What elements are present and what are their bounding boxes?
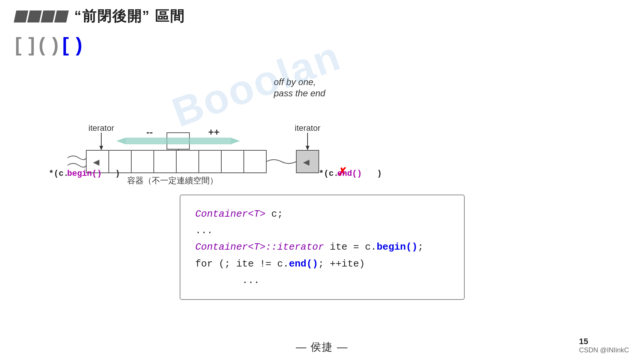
icon-bar-3 (41, 10, 56, 22)
diagram-area: off by one, pass the end iterator iterat… (0, 67, 644, 187)
svg-marker-5 (99, 146, 103, 150)
svg-text:begin(): begin() (67, 169, 102, 178)
footer-right: 15 CSDN @INIinkC (579, 337, 629, 354)
footer: — 侯捷 — 15 CSDN @INIinkC (0, 340, 644, 354)
code-line-1: Container<T> c; (195, 206, 449, 222)
footer-author: — 侯捷 — (296, 340, 348, 354)
svg-text:iterator: iterator (89, 123, 114, 133)
code-var-c: c; (266, 208, 283, 220)
code-ellipsis-2: ... (195, 275, 260, 286)
page-title: “前閉後開” 區間 (74, 7, 185, 26)
svg-text:iterator: iterator (295, 123, 320, 133)
header: “前閉後開” 區間 (0, 0, 644, 30)
code-container-iterator: Container<T>::iterator (195, 241, 324, 253)
bracket-row: [ ] ( ) [ ) (0, 30, 644, 63)
code-ellipsis-1: ... (195, 225, 213, 236)
code-end-call: end() (289, 258, 318, 270)
svg-rect-16 (244, 150, 266, 173)
svg-text:end(): end() (337, 169, 362, 178)
code-line-2: ... (195, 222, 449, 239)
icon-bar-4 (54, 10, 69, 22)
footer-brand: CSDN @INIinkC (579, 346, 629, 354)
svg-marker-22 (231, 138, 240, 144)
svg-rect-11 (131, 150, 154, 173)
bracket-paren: ( ) (39, 33, 59, 56)
code-line-4: for (; ite != c.end(); ++ite) (195, 256, 449, 272)
svg-rect-23 (126, 138, 231, 144)
icon-bar-1 (14, 10, 29, 22)
svg-rect-15 (221, 150, 244, 173)
code-box: Container<T> c; ... Container<T>::iterat… (180, 195, 465, 300)
header-icon (15, 10, 68, 22)
svg-rect-13 (176, 150, 199, 173)
diagram-svg: off by one, pass the end iterator iterat… (0, 67, 644, 187)
svg-text:容器（不一定連續空間）: 容器（不一定連續空間） (127, 176, 218, 185)
code-line-5: ... (195, 272, 449, 289)
svg-text:): ) (115, 169, 120, 178)
code-container-type-1: Container<T> (195, 208, 266, 220)
code-for-stmt: for (; ite != c. (195, 258, 289, 270)
svg-text:off by one,: off by one, (274, 77, 316, 87)
svg-text:--: -- (146, 126, 153, 138)
svg-text:++: ++ (208, 126, 219, 138)
svg-text:): ) (377, 169, 382, 178)
svg-rect-14 (199, 150, 221, 173)
svg-text:*(c.: *(c. (49, 169, 69, 178)
code-ite-var: ite = c. (324, 241, 377, 253)
svg-rect-12 (154, 150, 176, 173)
bracket-closed: [ ] (15, 33, 36, 56)
svg-marker-7 (306, 146, 309, 150)
svg-text:pass the end: pass the end (273, 88, 326, 98)
icon-bar-2 (27, 10, 42, 22)
svg-text:*(c.: *(c. (319, 169, 339, 178)
code-begin-call: begin() (377, 241, 417, 253)
code-line-3: Container<T>::iterator ite = c.begin(); (195, 239, 449, 255)
bracket-half-open: [ ) (62, 33, 83, 56)
page-number: 15 (579, 337, 588, 346)
svg-marker-21 (116, 138, 126, 144)
